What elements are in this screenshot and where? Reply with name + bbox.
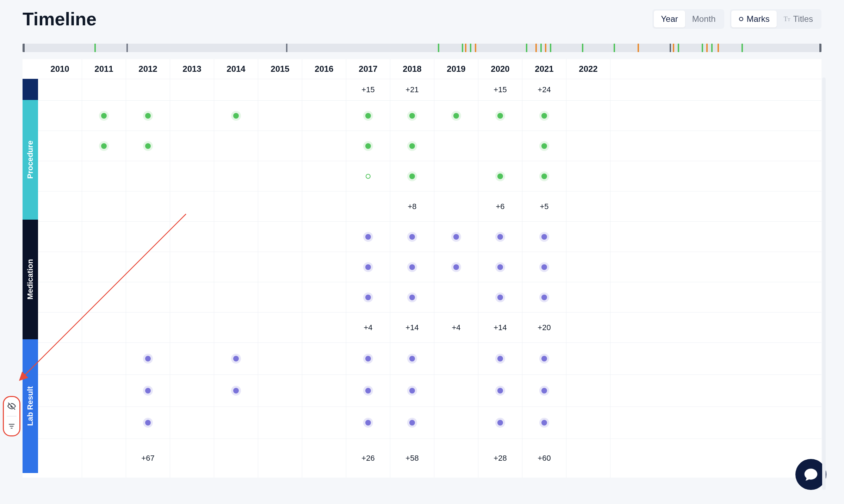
timeline-cell[interactable] — [434, 161, 478, 191]
timeline-cell[interactable] — [346, 343, 390, 374]
timeline-cell[interactable] — [82, 439, 126, 478]
event-dot[interactable] — [365, 113, 371, 119]
timeline-cell[interactable] — [478, 407, 522, 439]
timeline-cell[interactable] — [38, 343, 82, 374]
timeline-cell[interactable] — [170, 375, 214, 407]
display-marks-button[interactable]: Marks — [731, 11, 777, 27]
timeline-cell[interactable] — [258, 375, 302, 407]
timeline-cell[interactable] — [214, 191, 258, 221]
timeline-cell[interactable]: +60 — [522, 439, 566, 478]
timeline-cell[interactable]: +15 — [478, 79, 522, 100]
timeline-cell[interactable]: +14 — [390, 313, 434, 342]
timeline-cell[interactable] — [346, 407, 390, 439]
timeline-cell[interactable] — [214, 375, 258, 407]
year-header[interactable]: 2020 — [478, 59, 522, 79]
event-dot[interactable] — [409, 143, 415, 149]
timeline-cell[interactable] — [434, 222, 478, 252]
timeline-cell[interactable] — [170, 407, 214, 439]
timeline-cell[interactable] — [38, 375, 82, 407]
year-header[interactable]: 2015 — [258, 59, 302, 79]
event-dot[interactable] — [497, 174, 503, 179]
timeline-cell[interactable] — [170, 131, 214, 161]
event-dot[interactable] — [453, 264, 459, 270]
timeline-cell[interactable] — [258, 252, 302, 282]
timeline-cell[interactable] — [302, 222, 346, 252]
event-dot[interactable] — [409, 295, 415, 300]
event-dot[interactable] — [409, 234, 415, 240]
timeline-cell[interactable] — [302, 79, 346, 100]
timeline-cell[interactable] — [170, 79, 214, 100]
timeline-cell[interactable] — [434, 252, 478, 282]
timeline-cell[interactable] — [566, 252, 610, 282]
timeline-cell[interactable] — [346, 375, 390, 407]
timeline-cell[interactable] — [82, 101, 126, 131]
timeline-cell[interactable] — [302, 101, 346, 131]
timeline-cell[interactable] — [258, 131, 302, 161]
timeline-cell[interactable] — [38, 101, 82, 131]
timeline-cell[interactable] — [346, 191, 390, 221]
timeline-cell[interactable] — [214, 79, 258, 100]
timeline-cell[interactable] — [434, 282, 478, 312]
timeline-cell[interactable] — [126, 191, 170, 221]
timeline-cell[interactable]: +4 — [346, 313, 390, 342]
timeline-cell[interactable] — [126, 161, 170, 191]
timeline-cell[interactable] — [214, 161, 258, 191]
event-dot[interactable] — [365, 264, 371, 270]
timeline-cell[interactable] — [434, 407, 478, 439]
event-dot[interactable] — [497, 388, 503, 393]
timeline-cell[interactable] — [566, 375, 610, 407]
event-dot[interactable] — [101, 113, 107, 119]
timeline-cell[interactable] — [390, 252, 434, 282]
timeline-cell[interactable] — [346, 252, 390, 282]
timeline-cell[interactable] — [434, 101, 478, 131]
timeline-cell[interactable] — [390, 161, 434, 191]
timeline-cell[interactable] — [566, 101, 610, 131]
timeline-cell[interactable] — [38, 161, 82, 191]
section-label-procedure[interactable]: Procedure — [23, 100, 38, 220]
timeline-cell[interactable] — [566, 343, 610, 374]
timeline-cell[interactable] — [566, 131, 610, 161]
section-label-top[interactable] — [23, 79, 38, 100]
timeline-cell[interactable] — [126, 79, 170, 100]
event-dot[interactable] — [366, 174, 371, 179]
zoom-year-button[interactable]: Year — [654, 11, 685, 27]
timeline-cell[interactable]: +28 — [478, 439, 522, 478]
timeline-cell[interactable] — [522, 282, 566, 312]
timeline-cell[interactable] — [390, 375, 434, 407]
timeline-cell[interactable] — [478, 375, 522, 407]
event-dot[interactable] — [497, 113, 503, 119]
timeline-cell[interactable] — [390, 343, 434, 374]
event-dot[interactable] — [145, 113, 151, 119]
event-dot[interactable] — [541, 388, 547, 393]
hide-row-button[interactable] — [5, 400, 18, 412]
timeline-cell[interactable] — [566, 313, 610, 342]
timeline-cell[interactable] — [82, 252, 126, 282]
event-dot[interactable] — [409, 356, 415, 361]
timeline-cell[interactable] — [522, 161, 566, 191]
event-dot[interactable] — [541, 174, 547, 179]
event-dot[interactable] — [365, 420, 371, 426]
event-dot[interactable] — [497, 420, 503, 426]
timeline-cell[interactable] — [522, 343, 566, 374]
timeline-cell[interactable]: +15 — [346, 79, 390, 100]
timeline-cell[interactable] — [258, 407, 302, 439]
timeline-cell[interactable] — [566, 191, 610, 221]
timeline-cell[interactable] — [566, 222, 610, 252]
timeline-cell[interactable] — [214, 131, 258, 161]
timeline-cell[interactable] — [478, 161, 522, 191]
timeline-cell[interactable] — [214, 252, 258, 282]
event-dot[interactable] — [409, 113, 415, 119]
timeline-cell[interactable] — [302, 161, 346, 191]
event-dot[interactable] — [233, 388, 239, 393]
event-dot[interactable] — [541, 356, 547, 361]
timeline-cell[interactable] — [522, 101, 566, 131]
timeline-cell[interactable] — [478, 252, 522, 282]
timeline-cell[interactable] — [522, 252, 566, 282]
timeline-cell[interactable] — [170, 101, 214, 131]
year-header[interactable]: 2019 — [434, 59, 478, 79]
event-dot[interactable] — [409, 388, 415, 393]
timeline-cell[interactable] — [170, 222, 214, 252]
timeline-cell[interactable] — [522, 131, 566, 161]
timeline-cell[interactable] — [302, 252, 346, 282]
timeline-cell[interactable] — [390, 101, 434, 131]
